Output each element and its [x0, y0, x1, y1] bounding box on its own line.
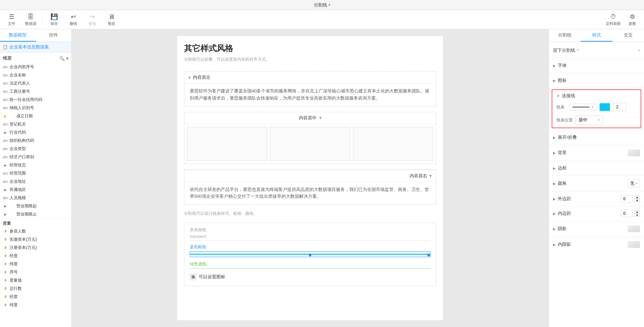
tab-data-model[interactable]: 数据模型 — [0, 29, 36, 42]
field-item[interactable]: abc 经营范围 — [0, 169, 71, 177]
field-item[interactable]: ▶ 营业期限止 — [0, 210, 71, 218]
right-handle[interactable] — [427, 254, 430, 256]
inner-margin-row: ▶ 内边距 ▲ ▼ — [549, 208, 644, 219]
search-icon[interactable]: 🔍 — [59, 56, 65, 61]
field-item[interactable]: abc 统一社会信用代码 — [0, 95, 71, 104]
divider-center[interactable]: 内容居中 ▾ — [184, 112, 436, 164]
params-button[interactable]: ⚙ 参数 — [624, 12, 641, 28]
field-item[interactable]: abc 纳税人识别号 — [0, 104, 71, 112]
undo-button[interactable]: ↩ 撤销 — [64, 12, 82, 28]
expand-icon[interactable]: ▾ — [66, 56, 68, 61]
field-item[interactable]: ▶ 所属地区 — [0, 185, 71, 194]
field-item[interactable]: # 注册资本(万元) — [0, 243, 71, 252]
field-name: 经度 — [10, 253, 18, 259]
divider-left-header[interactable]: ▾ 内容居左 — [184, 72, 436, 83]
field-item[interactable]: abc 企业内部序号 — [0, 63, 71, 71]
sep11 — [549, 236, 644, 237]
field-item[interactable]: abc 法定代表人 — [0, 79, 71, 87]
field-item[interactable]: ▶ 行业代码 — [0, 128, 71, 136]
field-item[interactable]: # 参居人数 — [0, 227, 71, 235]
tri-icon4: ▶ — [553, 151, 556, 155]
divider-right[interactable]: 内容居右 ▾ 依托自主研发的产品平台，赛思也直接为终端客户提供高品质的大数据项目… — [184, 169, 436, 205]
field-item[interactable]: abc 工商注册号 — [0, 87, 71, 95]
expand-icon: ▶ — [3, 211, 8, 217]
background-header[interactable]: ▶ 背景 — [549, 147, 644, 159]
field-item[interactable]: abc 企业名称 — [0, 71, 71, 79]
expand-collapse-header[interactable]: ▶ 展开/折叠 — [549, 132, 644, 143]
field-item[interactable]: abc 企业类型 — [0, 145, 71, 153]
inner-margin-down[interactable]: ▼ — [634, 213, 640, 217]
field-item[interactable]: abc 企业地址 — [0, 177, 71, 185]
outer-margin-down[interactable]: ▼ — [634, 199, 640, 202]
inner-shadow-label: 内阴影 — [558, 241, 571, 248]
outer-margin-up[interactable]: ▲ — [634, 195, 640, 199]
field-item[interactable]: ▶ 成立日期 — [0, 112, 71, 120]
main-container: 数据模型 控件 📋 企业基本信息数据集 维度 🔍 ▾ abc 企业内部序号 ab… — [0, 29, 644, 327]
field-item[interactable]: # 序号 — [0, 268, 71, 276]
timer-button[interactable]: ⏱ 定时刷新 — [604, 12, 622, 28]
sep10 — [549, 221, 644, 221]
field-item[interactable]: # 纬度 — [0, 301, 71, 309]
outer-margin-input[interactable] — [621, 195, 633, 203]
line-style-select[interactable]: ▾ — [569, 104, 597, 110]
line-width-input[interactable] — [613, 103, 627, 111]
radius-label: 圆角 — [558, 180, 567, 187]
field-name: 经济户口类别 — [10, 154, 34, 160]
field-item[interactable]: # 经度 — [0, 293, 71, 301]
field-name: 组织机构代码 — [10, 138, 34, 144]
center-handle[interactable] — [309, 254, 311, 256]
divider-left[interactable]: ▾ 内容居左 赛思软件为客户建设了覆盖全国40多个省市的服务网络，并在北上广深等… — [184, 71, 436, 106]
tab-interaction[interactable]: 交互 — [612, 29, 644, 42]
divider-arrow-icon[interactable]: ▾ — [188, 75, 191, 80]
field-item[interactable]: # 经度 — [0, 252, 71, 260]
divider-right-arrow-icon[interactable]: ▾ — [429, 173, 432, 178]
expand-icon: ▶ — [3, 187, 8, 192]
shadow-header[interactable]: ▶ 阴影 — [549, 223, 644, 235]
divider-center-header[interactable]: 内容居中 ▾ — [184, 112, 436, 124]
tab-divider[interactable]: 分割线 — [549, 29, 581, 42]
field-item[interactable]: ▶ 营业期限起 — [0, 202, 71, 210]
data-source-button[interactable]: 🗄 数据源 — [22, 12, 40, 28]
inner-margin-input[interactable] — [621, 210, 633, 217]
tab-controls[interactable]: 控件 — [36, 29, 72, 42]
file-button[interactable]: ☰ 文件 — [3, 12, 20, 28]
tab-style[interactable]: 样式 — [581, 29, 612, 42]
inner-shadow-header[interactable]: ▶ 内阴影 — [549, 238, 644, 251]
dataset-label[interactable]: 📋 企业基本信息数据集 — [0, 42, 71, 53]
background-preview — [628, 149, 640, 156]
field-item[interactable]: abc 组织机构代码 — [0, 136, 71, 145]
title-dropdown[interactable]: 分割线 ▾ — [314, 2, 330, 8]
preview-button[interactable]: 🖥 预览 — [103, 12, 120, 28]
border-header[interactable]: ▶ 边框 — [549, 162, 644, 174]
toolbar: ☰ 文件 🗄 数据源 💾 保存 ↩ 撤销 ↪ 重做 🖥 预览 ⏱ 定时刷新 ⚙ … — [0, 10, 644, 29]
field-item[interactable]: # 总行数 — [0, 284, 71, 293]
font-header[interactable]: ▶ 字体 — [549, 60, 644, 71]
divider-right-header[interactable]: 内容居右 ▾ — [184, 170, 436, 182]
blue-line-item[interactable]: 蓝色粗线 — [190, 244, 430, 257]
tri-icon2: ▶ — [553, 79, 556, 83]
field-item[interactable]: # 实缴资本(万元) — [0, 235, 71, 243]
connector-header[interactable]: ▼ 连接线 — [552, 90, 641, 102]
field-name: 经营状态 — [10, 162, 26, 168]
field-name: 成立日期 — [16, 113, 33, 119]
color-swatch[interactable] — [599, 103, 610, 111]
inner-margin-up[interactable]: ▲ — [634, 210, 640, 213]
divider-down-title: 层下分割线 * — [553, 47, 579, 54]
icon-header[interactable]: ▶ 图标 — [549, 75, 644, 86]
radius-select[interactable]: 无 ▾ — [628, 179, 640, 188]
field-item[interactable]: abc 人员规模 — [0, 194, 71, 202]
field-item[interactable]: abc 登记机关 — [0, 120, 71, 128]
field-item[interactable]: # 纬度 — [0, 260, 71, 268]
date-icon: ▶ — [3, 113, 8, 119]
divider-down-header[interactable]: 层下分割线 * ▾ — [549, 45, 644, 56]
field-item[interactable]: abc 经济户口类别 — [0, 153, 71, 161]
outer-margin-label: 外边距 — [558, 196, 571, 202]
field-item[interactable]: # 度量值 — [0, 276, 71, 284]
position-select[interactable]: 居中 ▾ — [576, 115, 603, 125]
background-label: 背景 — [558, 150, 567, 156]
divider-center-arrow-icon[interactable]: ▾ — [319, 115, 322, 120]
field-item[interactable]: ▶ 经营状态 — [0, 161, 71, 169]
save-button[interactable]: 💾 保存 — [45, 12, 63, 28]
dataset-name: 企业基本信息数据集 — [9, 44, 49, 50]
redo-button[interactable]: ↪ 重做 — [83, 12, 101, 28]
